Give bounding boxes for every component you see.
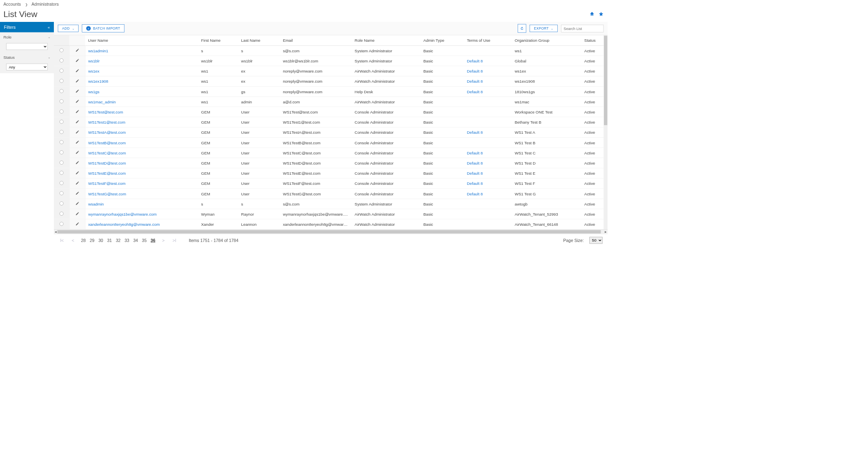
- edit-icon[interactable]: [75, 212, 79, 216]
- filters-header[interactable]: Filters «: [0, 22, 54, 32]
- edit-icon[interactable]: [75, 202, 79, 206]
- row-radio[interactable]: [60, 150, 64, 154]
- star-icon[interactable]: [599, 11, 604, 17]
- username-link[interactable]: wymanraynorhaxjqs1be@vmware.com: [88, 212, 157, 216]
- batch-import-button[interactable]: BATCH IMPORT: [82, 24, 125, 32]
- col-role[interactable]: Role Name: [352, 35, 421, 46]
- col-last[interactable]: Last Name: [238, 35, 280, 46]
- row-radio[interactable]: [60, 79, 64, 83]
- terms-link[interactable]: Default 8: [467, 69, 483, 73]
- row-radio[interactable]: [60, 181, 64, 185]
- row-radio[interactable]: [60, 89, 64, 93]
- col-org[interactable]: Organization Group: [512, 35, 582, 46]
- terms-link[interactable]: Default 8: [467, 79, 483, 83]
- username-link[interactable]: ws1admin1: [88, 48, 109, 53]
- row-radio[interactable]: [60, 161, 64, 165]
- username-link[interactable]: WS1TestF@test.com: [88, 181, 126, 186]
- row-radio[interactable]: [60, 58, 64, 62]
- col-username[interactable]: User Name: [85, 35, 198, 46]
- row-radio[interactable]: [60, 191, 64, 195]
- pager-first[interactable]: I<: [59, 238, 65, 243]
- row-radio[interactable]: [60, 140, 64, 144]
- pager-page[interactable]: 33: [124, 238, 129, 243]
- home-icon[interactable]: [589, 11, 595, 17]
- username-link[interactable]: WS1TestC@test.com: [88, 150, 126, 155]
- username-link[interactable]: WS1Test@test.com: [88, 110, 123, 114]
- edit-icon[interactable]: [75, 161, 79, 165]
- edit-icon[interactable]: [75, 222, 79, 227]
- export-button[interactable]: EXPORT ⌄: [530, 25, 558, 32]
- filter-role-toggle[interactable]: Role ⌄: [0, 32, 54, 41]
- vertical-scrollbar[interactable]: [604, 35, 608, 230]
- username-link[interactable]: WS1TestA@test.com: [88, 130, 126, 135]
- filter-role-select[interactable]: [6, 43, 47, 50]
- row-radio[interactable]: [60, 120, 64, 124]
- edit-icon[interactable]: [75, 141, 79, 145]
- terms-link[interactable]: Default 8: [467, 161, 483, 165]
- col-email[interactable]: Email: [280, 35, 352, 46]
- terms-link[interactable]: Default 8: [467, 191, 483, 196]
- filter-status-select[interactable]: Any: [6, 64, 47, 71]
- edit-icon[interactable]: [75, 110, 79, 114]
- breadcrumb-parent[interactable]: Accounts: [3, 2, 21, 6]
- row-radio[interactable]: [60, 99, 64, 103]
- edit-icon[interactable]: [75, 181, 79, 186]
- pager-page[interactable]: 29: [90, 238, 94, 243]
- row-radio[interactable]: [60, 48, 64, 52]
- edit-icon[interactable]: [75, 90, 79, 94]
- username-link[interactable]: wsadmin: [88, 201, 104, 206]
- search-input[interactable]: [561, 25, 604, 32]
- terms-link[interactable]: Default 8: [467, 150, 483, 155]
- pager-last[interactable]: >I: [171, 238, 177, 243]
- edit-icon[interactable]: [75, 49, 79, 53]
- username-link[interactable]: WS1TestD@test.com: [88, 161, 126, 165]
- row-radio[interactable]: [60, 69, 64, 73]
- row-radio[interactable]: [60, 212, 64, 216]
- edit-icon[interactable]: [75, 130, 79, 135]
- username-link[interactable]: WS1TestB@test.com: [88, 140, 126, 145]
- username-link[interactable]: ws1mac_admin: [88, 99, 116, 104]
- pager-page[interactable]: 36: [151, 238, 156, 243]
- add-button[interactable]: ADD ⌄: [58, 25, 79, 32]
- row-radio[interactable]: [60, 171, 64, 175]
- edit-icon[interactable]: [75, 79, 79, 83]
- table-scroll[interactable]: User Name First Name Last Name Email Rol…: [54, 35, 608, 230]
- edit-icon[interactable]: [75, 120, 79, 124]
- col-admintype[interactable]: Admin Type: [420, 35, 464, 46]
- col-terms[interactable]: Terms of Use: [464, 35, 512, 46]
- edit-icon[interactable]: [75, 151, 79, 155]
- username-link[interactable]: WS1TestE@test.com: [88, 171, 126, 176]
- terms-link[interactable]: Default 8: [467, 59, 483, 63]
- horizontal-scrollbar[interactable]: ◀ ▶: [54, 229, 608, 234]
- terms-link[interactable]: Default 8: [467, 130, 483, 135]
- username-link[interactable]: xanderleannon8eryeoh8g@vmware.com: [88, 222, 160, 227]
- pager-prev[interactable]: <: [70, 238, 75, 243]
- terms-link[interactable]: Default 8: [467, 171, 483, 176]
- scroll-right-icon[interactable]: ▶: [604, 230, 608, 234]
- row-radio[interactable]: [60, 130, 64, 134]
- pager-next[interactable]: >: [161, 238, 166, 243]
- edit-icon[interactable]: [75, 192, 79, 196]
- row-radio[interactable]: [60, 222, 64, 226]
- edit-icon[interactable]: [75, 171, 79, 176]
- collapse-icon[interactable]: «: [48, 25, 50, 29]
- username-link[interactable]: WS1TestG@test.com: [88, 191, 126, 196]
- pager-page[interactable]: 31: [107, 238, 112, 243]
- row-radio[interactable]: [60, 109, 64, 113]
- pager-page[interactable]: 28: [81, 238, 86, 243]
- username-link[interactable]: ws1blr: [88, 59, 100, 63]
- filter-status-toggle[interactable]: Status ⌄: [0, 53, 54, 62]
- edit-icon[interactable]: [75, 69, 79, 73]
- col-first[interactable]: First Name: [198, 35, 239, 46]
- breadcrumb-current[interactable]: Administrators: [32, 2, 59, 6]
- username-link[interactable]: ws1ex: [88, 69, 100, 73]
- pager-page[interactable]: 30: [98, 238, 103, 243]
- username-link[interactable]: WS1Test1@test.com: [88, 120, 126, 124]
- row-radio[interactable]: [60, 201, 64, 206]
- username-link[interactable]: ws1ex1908: [88, 79, 109, 83]
- edit-icon[interactable]: [75, 100, 79, 104]
- refresh-button[interactable]: [518, 24, 526, 33]
- page-size-select[interactable]: 50: [589, 237, 602, 244]
- terms-link[interactable]: Default 8: [467, 89, 483, 94]
- pager-page[interactable]: 32: [116, 238, 121, 243]
